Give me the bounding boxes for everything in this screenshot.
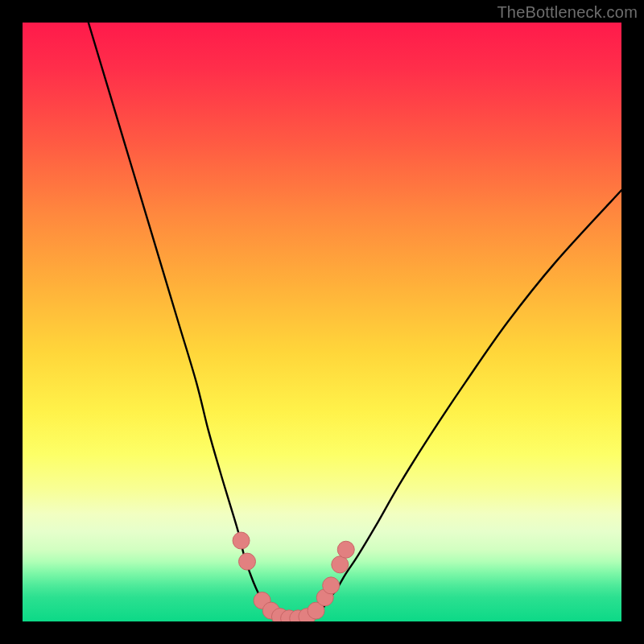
data-marker	[332, 556, 349, 573]
curve-markers	[23, 23, 621, 621]
data-marker	[239, 553, 256, 570]
watermark-text: TheBottleneck.com	[497, 3, 638, 22]
plot-area	[23, 23, 621, 621]
chart-frame: TheBottleneck.com	[0, 0, 644, 644]
data-marker	[337, 541, 354, 558]
data-marker	[233, 532, 250, 549]
data-marker	[323, 577, 340, 594]
